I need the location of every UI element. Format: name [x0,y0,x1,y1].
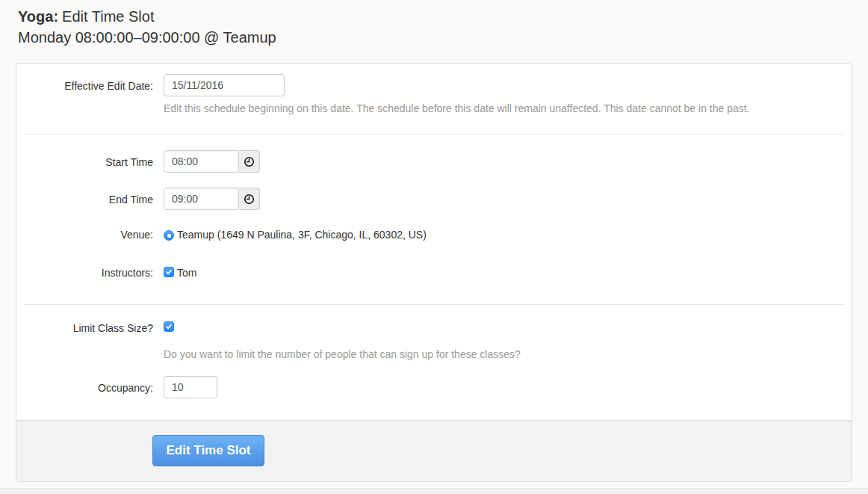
effective-edit-date-label: Effective Edit Date: [28,74,164,96]
limit-class-size-checkbox[interactable] [164,321,174,332]
limit-class-size-help: Do you want to limit the number of peopl… [164,347,840,362]
start-time-row: Start Time [28,150,840,173]
end-time-row: End Time [28,188,840,210]
panel-footer: Edit Time Slot [16,420,852,481]
page-title: Yoga:Edit Time Slot [18,6,850,27]
start-time-input[interactable] [164,150,239,173]
edit-time-slot-button[interactable]: Edit Time Slot [152,435,264,466]
clock-icon [244,156,255,167]
page-action: Edit Time Slot [62,8,154,25]
venue-option[interactable]: Teamup (1649 N Paulina, 3F, Chicago, IL,… [164,228,840,241]
end-time-picker-button[interactable] [239,188,260,210]
section-divider [24,304,844,305]
start-time-picker-button[interactable] [239,150,260,173]
effective-edit-date-input[interactable] [164,74,285,96]
venue-radio[interactable] [164,230,174,241]
venue-label: Venue: [28,228,164,241]
page-header: Yoga:Edit Time Slot Monday 08:00:00–09:0… [0,0,868,48]
panel-body: Effective Edit Date: Edit this schedule … [16,64,852,420]
limit-class-size-row: Limit Class Size? [28,321,840,334]
instructor-checkbox[interactable] [164,267,174,277]
start-time-label: Start Time [28,150,164,173]
effective-edit-date-row: Effective Edit Date: [28,74,840,96]
instructor-option[interactable]: Tom [164,266,840,279]
occupancy-input[interactable] [164,376,217,398]
clock-icon [244,194,255,205]
occupancy-label: Occupancy: [28,376,164,398]
radio-dot [167,234,171,238]
instructor-option-label: Tom [177,267,196,279]
check-icon [165,265,173,279]
class-name: Yoga: [18,8,58,25]
schedule-subtitle: Monday 08:00:00–09:00:00 @ Teamup [18,27,850,48]
venue-row: Venue: Teamup (1649 N Paulina, 3F, Chica… [28,228,840,241]
instructors-label: Instructors: [28,266,164,279]
section-divider [24,134,844,135]
limit-class-size-label: Limit Class Size? [28,321,164,334]
window-bottom-edge [0,488,868,494]
occupancy-row: Occupancy: [28,376,840,398]
end-time-input[interactable] [164,188,239,210]
check-icon [165,320,173,333]
edit-time-slot-panel: Effective Edit Date: Edit this schedule … [16,63,852,482]
instructors-row: Instructors: Tom [28,266,840,279]
effective-edit-date-help: Edit this schedule beginning on this dat… [164,101,840,116]
venue-option-label: Teamup (1649 N Paulina, 3F, Chicago, IL,… [177,229,427,241]
end-time-label: End Time [28,188,164,210]
